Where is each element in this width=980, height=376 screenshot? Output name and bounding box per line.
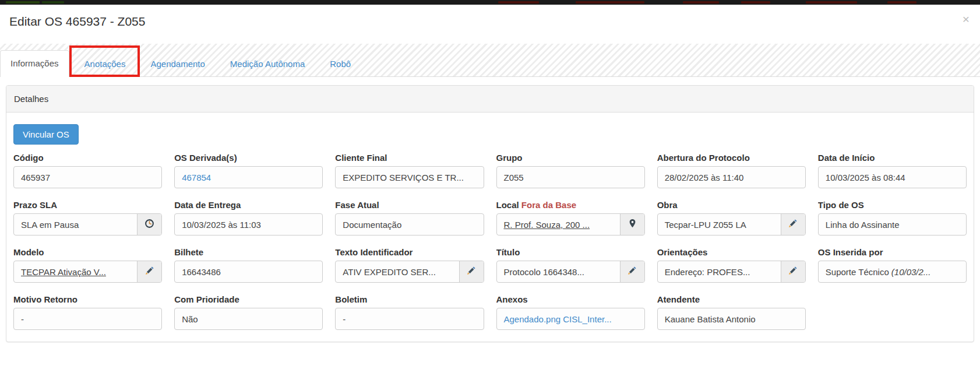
field-label: Data de Entrega [174,200,323,210]
tab-anotacoes[interactable]: Anotações [75,51,136,76]
prazo-sla-input[interactable]: SLA em Pausa [13,213,162,236]
os-derivada-link[interactable]: 467854 [175,167,322,188]
field-texto-identificador: Texto Identificador ATIV EXPEDITO SER... [335,247,484,283]
edit-modelo-button[interactable] [137,261,161,282]
pencil-icon [788,266,798,277]
data-inicio-input[interactable]: 10/03/2025 às 08:44 [818,166,967,188]
bilhete-input[interactable]: 16643486 [174,261,323,283]
codigo-value: 465937 [14,167,161,188]
local-address-link[interactable]: R. Prof. Souza, 200 ... [497,214,620,235]
panel-title: Detalhes [6,86,974,113]
field-local: Local Fora da Base R. Prof. Souza, 200 .… [496,200,645,236]
motivo-retorno-value: - [14,308,161,329]
field-boletim: Boletim - [335,294,484,330]
obra-input[interactable]: Tecpar-LPU Z055 LA [657,213,806,236]
field-label: Data de Início [818,153,967,163]
tab-bar: Informações Anotações Agendamento Mediçã… [0,44,980,77]
os-inserida-por-value: Suporte Técnico (10/03/2... [819,261,966,282]
boletim-input[interactable]: - [335,308,484,330]
vincular-os-button[interactable]: Vincular OS [13,124,79,145]
detalhes-panel: Detalhes Vincular OS Código 465937 OS De… [6,85,974,342]
field-obra: Obra Tecpar-LPU Z055 LA [657,200,806,236]
tab-label: Robô [330,59,351,69]
panel-body: Vincular OS Código 465937 OS Derivada(s)… [6,113,974,342]
grupo-value: Z055 [497,167,644,188]
anexos-input[interactable]: Agendado.png CISL_Inter... [496,308,645,330]
orientacoes-input[interactable]: Endereço: PROFES... [657,261,806,283]
titulo-input[interactable]: Protocolo 1664348... [496,261,645,283]
field-cliente-final: Cliente Final EXPEDITO SERVIÇOS E TR... [335,153,484,188]
sla-history-button[interactable] [137,214,161,235]
background-nav-remnant [806,1,857,3]
cliente-final-input[interactable]: EXPEDITO SERVIÇOS E TR... [335,166,484,188]
grupo-input[interactable]: Z055 [496,166,645,188]
tab-robo[interactable]: Robô [320,51,361,76]
edit-obra-button[interactable] [781,214,805,235]
background-nav-remnant [683,1,719,3]
pencil-icon [145,266,154,277]
anexos-link[interactable]: Agendado.png CISL_Inter... [497,308,644,329]
field-modelo: Modelo TECPAR Ativação V... [13,247,162,283]
tab-agendamento[interactable]: Agendamento [140,51,214,76]
tab-label: Agendamento [150,59,205,69]
field-os-derivadas: OS Derivada(s) 467854 [174,153,323,188]
field-grupo: Grupo Z055 [496,153,645,188]
tipo-os-value: Linha do Assinante [819,214,966,235]
texto-identificador-input[interactable]: ATIV EXPEDITO SER... [335,261,484,283]
field-label: Anexos [496,294,645,304]
os-inserida-por-date: (10/03/2... [891,267,931,277]
map-pin-icon [628,219,637,231]
tipo-os-input[interactable]: Linha do Assinante [818,213,967,236]
fora-da-base-badge: Fora da Base [521,200,576,210]
atendente-value: Kauane Batista Antonio [658,308,805,329]
background-nav-remnant [576,1,644,3]
atendente-input[interactable]: Kauane Batista Antonio [657,308,806,330]
tab-medicao-autonoma[interactable]: Medição Autônoma [220,51,315,76]
abertura-protocolo-input[interactable]: 28/02/2025 às 11:40 [657,166,806,188]
edit-titulo-button[interactable] [620,261,644,282]
field-abertura-protocolo: Abertura do Protocolo 28/02/2025 às 11:4… [657,153,806,188]
field-codigo: Código 465937 [13,153,162,188]
field-label: Tipo de OS [818,200,967,210]
local-input[interactable]: R. Prof. Souza, 200 ... [496,213,645,236]
pencil-icon [467,266,476,277]
open-map-button[interactable] [620,214,644,235]
field-label: Prazo SLA [13,200,162,210]
background-page-strip [0,0,980,5]
modelo-input[interactable]: TECPAR Ativação V... [13,261,162,283]
os-inserida-por-input[interactable]: Suporte Técnico (10/03/2... [818,261,967,283]
close-icon[interactable]: × [963,13,970,25]
field-bilhete: Bilhete 16643486 [174,247,323,283]
background-nav-remnant [741,1,770,3]
modelo-link[interactable]: TECPAR Ativação V... [14,261,137,282]
prazo-sla-value: SLA em Pausa [14,214,137,235]
codigo-input[interactable]: 465937 [13,166,162,188]
field-label: Código [13,153,162,163]
field-anexos: Anexos Agendado.png CISL_Inter... [496,294,645,330]
fase-atual-input[interactable]: Documentação [335,213,484,236]
motivo-retorno-input[interactable]: - [13,308,162,330]
modal-header: Editar OS 465937 - Z055 × [0,5,980,29]
field-label: Abertura do Protocolo [657,153,806,163]
os-inserida-por-name: Suporte Técnico [826,267,889,277]
data-inicio-value: 10/03/2025 às 08:44 [819,167,966,188]
orientacoes-value: Endereço: PROFES... [658,261,781,282]
os-derivadas-input[interactable]: 467854 [174,166,323,188]
fields-grid: Código 465937 OS Derivada(s) 467854 Clie… [13,153,967,330]
com-prioridade-input[interactable]: Não [174,308,323,330]
cliente-final-value: EXPEDITO SERVIÇOS E TR... [336,167,483,188]
page-title: Editar OS 465937 - Z055 [9,15,971,29]
tab-informacoes[interactable]: Informações [0,50,69,77]
background-logo-remnant [6,1,40,3]
field-orientacoes: Orientações Endereço: PROFES... [657,247,806,283]
field-com-prioridade: Com Prioridade Não [174,294,323,330]
field-prazo-sla: Prazo SLA SLA em Pausa [13,200,162,236]
edit-texto-identificador-button[interactable] [459,261,484,282]
field-label: Com Prioridade [174,294,323,304]
pencil-icon [628,266,637,277]
clock-icon [144,219,154,231]
data-entrega-input[interactable]: 10/03/2025 às 11:03 [174,213,323,236]
field-label: Local Fora da Base [496,200,645,210]
edit-orientacoes-button[interactable] [781,261,805,282]
field-label: Atendente [657,294,806,304]
